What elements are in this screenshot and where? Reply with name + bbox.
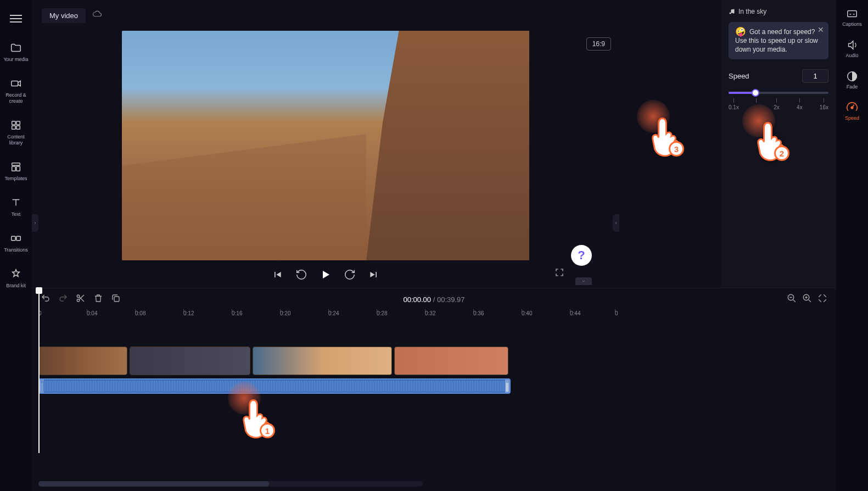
svg-point-12 [851,107,853,109]
captions-icon [846,8,858,20]
svg-rect-7 [16,166,20,171]
video-clip-1[interactable] [38,347,127,375]
tooltip-text: Got a need for speed? Use this to speed … [735,28,818,53]
waveform [41,381,508,392]
sidebar-label: Your media [3,57,28,63]
audio-title: In the sky [729,8,828,15]
sidebar-item-brand-kit[interactable]: Brand kit [5,265,27,291]
sidebar-item-text[interactable]: Text [8,194,24,220]
expand-right-handle[interactable] [613,214,619,232]
sidebar-item-transitions[interactable]: Transitions [3,230,29,255]
aspect-ratio-button[interactable]: 16:9 [586,37,611,51]
help-button[interactable]: ? [571,245,592,266]
forward-button[interactable] [343,268,356,281]
svg-point-13 [77,295,80,298]
playhead[interactable] [38,288,40,453]
fade-icon [846,70,858,82]
audio-trim-right[interactable]: ‖ [505,380,509,393]
text-icon [9,196,23,209]
project-title[interactable]: My video [42,8,86,23]
sidebar-label: Brand kit [6,283,26,289]
svg-point-14 [77,299,80,302]
transitions-icon [9,232,23,245]
cloud-sync-icon[interactable] [92,9,102,21]
expand-left-handle[interactable] [32,214,38,232]
speed-label: Speed [729,72,749,80]
templates-icon [9,160,23,174]
zoom-in-button[interactable] [802,293,812,305]
video-track[interactable] [38,347,836,375]
close-tooltip-button[interactable]: ✕ [817,25,824,34]
sidebar-item-record-create[interactable]: Record & create [0,75,32,107]
duplicate-button[interactable] [111,293,121,305]
collapse-panel-button[interactable] [575,277,592,285]
hamburger-icon [10,15,22,16]
svg-rect-4 [16,126,20,129]
video-clip-2[interactable] [130,347,250,375]
zoom-out-button[interactable] [787,293,797,305]
rail-item-audio[interactable]: Audio [845,39,858,58]
video-preview[interactable] [122,31,529,260]
zoom-fit-button[interactable] [817,293,827,305]
audio-clip[interactable]: ‖ ‖ [38,378,511,394]
sidebar-item-your-media[interactable]: Your media [2,39,29,65]
svg-rect-8 [12,236,15,240]
split-button[interactable] [76,293,86,305]
svg-rect-5 [12,163,20,166]
sidebar-label: Record & create [1,92,31,104]
undo-button[interactable] [41,293,51,305]
sidebar-item-templates[interactable]: Templates [3,158,28,184]
folder-icon [9,41,23,54]
rail-item-speed[interactable]: Speed [845,102,859,121]
sidebar-label: Text [12,211,21,217]
emoji-icon: 🤪 [735,27,746,36]
rewind-button[interactable] [295,268,308,281]
speed-tooltip: ✕ 🤪 Got a need for speed? Use this to sp… [729,22,828,59]
sidebar-label: Transitions [4,247,28,253]
video-clip-3[interactable] [253,347,392,375]
svg-rect-0 [12,81,18,86]
camera-icon [9,77,23,90]
rail-item-captions[interactable]: Captions [842,8,862,27]
skip-end-button[interactable] [367,268,380,281]
svg-rect-1 [12,121,15,125]
svg-rect-6 [12,166,15,171]
svg-rect-3 [12,126,15,129]
svg-rect-9 [16,236,20,240]
sidebar-label: Templates [4,176,27,182]
speed-slider[interactable] [729,92,828,94]
scrollbar-thumb[interactable] [38,481,269,487]
speed-slider-thumb[interactable] [752,89,759,97]
timeline-ruler[interactable]: 0 0:04 0:08 0:12 0:16 0:20 0:24 0:28 0:3… [38,310,836,325]
fullscreen-button[interactable] [555,267,564,280]
skip-start-button[interactable] [271,268,284,281]
speed-icon [846,102,858,114]
redo-button[interactable] [58,293,68,305]
rail-item-fade[interactable]: Fade [846,70,858,90]
sidebar-label: Content library [1,134,31,146]
brand-kit-icon [9,267,23,281]
svg-rect-15 [114,297,119,302]
delete-button[interactable] [93,293,103,305]
library-icon [9,119,23,132]
timeline-scrollbar[interactable] [38,481,423,487]
video-clip-4[interactable] [394,347,508,375]
sidebar-item-content-library[interactable]: Content library [0,116,32,148]
time-display: 00:00.00 / 00:39.97 [403,295,464,304]
play-button[interactable] [319,268,332,281]
speed-input[interactable] [802,69,828,83]
svg-rect-10 [848,11,857,17]
menu-button[interactable] [5,8,26,29]
svg-rect-2 [16,121,20,125]
music-note-icon [729,8,735,15]
audio-icon [846,39,858,51]
